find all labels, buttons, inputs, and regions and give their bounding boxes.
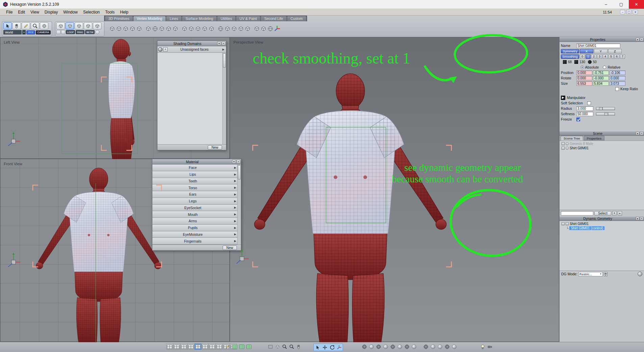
softness-input[interactable] bbox=[576, 112, 593, 116]
maximize-button[interactable]: ▢ bbox=[614, 0, 629, 9]
vertex-mode-button[interactable] bbox=[66, 22, 74, 29]
relative-radio[interactable] bbox=[603, 66, 606, 69]
material-item-arms[interactable]: Arms▶ bbox=[152, 218, 237, 225]
flat-mode-icon[interactable] bbox=[429, 344, 436, 350]
tool-bridge-icon[interactable] bbox=[172, 23, 179, 35]
shading-domains-collapse-icon[interactable]: ▼ bbox=[217, 42, 221, 45]
layout-quad-icon[interactable] bbox=[195, 344, 201, 350]
rotate-z-input[interactable] bbox=[610, 76, 625, 80]
menu-tools[interactable]: Tools bbox=[102, 9, 117, 15]
material-close-icon[interactable]: ✕ bbox=[237, 160, 240, 164]
layout-3r-icon[interactable] bbox=[202, 344, 208, 350]
material-header[interactable]: Material ▼ ✕ bbox=[152, 159, 241, 165]
transparent-mode-icon[interactable] bbox=[451, 344, 457, 350]
tab-lines[interactable]: Lines bbox=[166, 16, 181, 21]
material-scrollbar[interactable] bbox=[237, 165, 241, 245]
smoothing-level-7[interactable]: 7 bbox=[620, 54, 625, 59]
tool-fast-extrude-icon[interactable] bbox=[145, 23, 152, 35]
properties-close-icon[interactable]: ✕ bbox=[640, 38, 643, 41]
zoom-tool[interactable] bbox=[31, 22, 39, 29]
tool-extrude-surface-icon[interactable] bbox=[129, 23, 136, 35]
hand-tool[interactable] bbox=[13, 22, 21, 29]
absolute-radio[interactable] bbox=[580, 66, 584, 69]
soft-selection-checkbox[interactable] bbox=[587, 101, 591, 105]
minimize-button[interactable]: – bbox=[598, 0, 614, 9]
ring-select-button[interactable]: RING bbox=[76, 30, 84, 34]
shading-domains-new-button[interactable]: New bbox=[208, 145, 222, 150]
camera-persp-icon[interactable] bbox=[411, 344, 417, 350]
frame-cube-icon[interactable] bbox=[274, 344, 281, 350]
smoothing-level-4[interactable]: 4 bbox=[603, 54, 608, 59]
orbit-z-icon[interactable] bbox=[382, 344, 389, 350]
select-arrow-tool[interactable] bbox=[3, 22, 12, 29]
tool-boolean-icon[interactable] bbox=[217, 23, 224, 35]
tool-tessellate-icon[interactable] bbox=[195, 23, 201, 35]
symmetry-z-button[interactable]: Z bbox=[608, 49, 622, 53]
light-icon[interactable] bbox=[479, 344, 486, 350]
uv-grid3-icon[interactable] bbox=[245, 344, 252, 350]
doc-restore-icon[interactable]: ▢ bbox=[626, 10, 631, 14]
camera-front-icon[interactable] bbox=[389, 344, 396, 350]
face-mode-button[interactable] bbox=[84, 22, 92, 29]
smoothing-level-0[interactable]: 0 bbox=[580, 54, 585, 59]
material-item-torso[interactable]: Torso▶ bbox=[152, 184, 237, 191]
material-item-pupils[interactable]: Pupils▶ bbox=[152, 225, 237, 231]
layout-3b-icon[interactable] bbox=[216, 344, 223, 350]
camera-toggle[interactable]: CAMERA bbox=[36, 30, 51, 34]
render-camera-icon[interactable] bbox=[486, 344, 493, 350]
select-all-icon[interactable] bbox=[95, 30, 99, 34]
tab-second-life[interactable]: Second Life bbox=[261, 16, 286, 21]
symmetry-button[interactable]: Symmetry bbox=[561, 49, 579, 53]
size-z-input[interactable] bbox=[610, 81, 625, 86]
tool-mirror-icon[interactable] bbox=[231, 23, 238, 35]
scene-close-icon[interactable]: ✕ bbox=[640, 132, 643, 135]
scene-item-genesis[interactable]: Genesis 8 Male bbox=[560, 142, 644, 146]
tab-custom[interactable]: Custom bbox=[287, 16, 306, 21]
orbit-y-icon[interactable] bbox=[375, 344, 382, 350]
material-collapse-icon[interactable]: ▼ bbox=[232, 160, 236, 164]
scene-item-shirt[interactable]: Shirt G8M01 bbox=[560, 146, 644, 150]
world-dropdown-arrow-icon[interactable]: ▼ bbox=[22, 30, 26, 34]
tool-triangulate-icon[interactable] bbox=[260, 23, 267, 35]
xyz-toggle[interactable]: XYZ bbox=[26, 30, 35, 34]
material-item-fingernails[interactable]: Fingernails▶ bbox=[152, 238, 237, 245]
orbit-icon[interactable] bbox=[361, 344, 368, 350]
textured-mode-icon[interactable] bbox=[444, 344, 450, 350]
between-select-button[interactable]: BETW bbox=[85, 30, 95, 34]
menu-edit[interactable]: Edit bbox=[15, 9, 28, 15]
close-button[interactable]: ✕ bbox=[629, 0, 644, 9]
material-item-eyemoisture[interactable]: EyeMoisture▶ bbox=[152, 231, 237, 238]
wireframe-mode-icon[interactable] bbox=[422, 344, 429, 350]
material-item-ears[interactable]: Ears▶ bbox=[152, 191, 237, 198]
tool-dissolve-icon[interactable] bbox=[244, 23, 251, 35]
select-prev-icon[interactable]: ▼ bbox=[612, 211, 617, 216]
orbit-x-icon[interactable] bbox=[368, 344, 375, 350]
loop-select-button[interactable]: LOOP bbox=[66, 30, 75, 34]
smoothing-level-3[interactable]: 3 bbox=[597, 54, 602, 59]
size-y-input[interactable] bbox=[593, 81, 609, 86]
freeze-checkbox[interactable] bbox=[576, 118, 580, 121]
uv-grid2-icon[interactable] bbox=[238, 344, 245, 350]
tool-sweep-icon[interactable] bbox=[116, 23, 122, 35]
smoothing-level-6[interactable]: 6 bbox=[614, 54, 619, 59]
add-domain-button[interactable]: + bbox=[163, 47, 168, 52]
select-shrink-icon[interactable] bbox=[61, 30, 65, 34]
tool-extrude-along-icon[interactable] bbox=[136, 23, 143, 35]
layout-3t-icon[interactable] bbox=[209, 344, 216, 350]
zoom-in-icon[interactable] bbox=[281, 344, 288, 350]
menu-view[interactable]: View bbox=[28, 9, 42, 15]
shading-domains-list[interactable] bbox=[157, 53, 226, 144]
position-z-input[interactable] bbox=[610, 71, 625, 75]
tool-magnet-icon[interactable] bbox=[267, 23, 274, 35]
material-item-teeth[interactable]: Teeth▶ bbox=[152, 178, 237, 185]
world-dropdown[interactable]: World bbox=[3, 30, 22, 34]
select-next-icon[interactable]: ▲ bbox=[618, 211, 622, 216]
tool-tube-icon[interactable] bbox=[152, 23, 158, 35]
tab-uv-paint[interactable]: UV & Paint bbox=[236, 16, 260, 21]
material-item-eyesocket[interactable]: EyeSocket▶ bbox=[152, 205, 237, 211]
select-input[interactable] bbox=[561, 211, 593, 216]
dynamic-geometry-tree[interactable]: Shirt G8M01 └ Shirt G8M01 (control) bbox=[560, 221, 644, 271]
layout-2v-icon[interactable] bbox=[173, 344, 180, 350]
sphere-select-tool[interactable] bbox=[40, 22, 48, 29]
select-grow-icon[interactable] bbox=[56, 30, 60, 34]
